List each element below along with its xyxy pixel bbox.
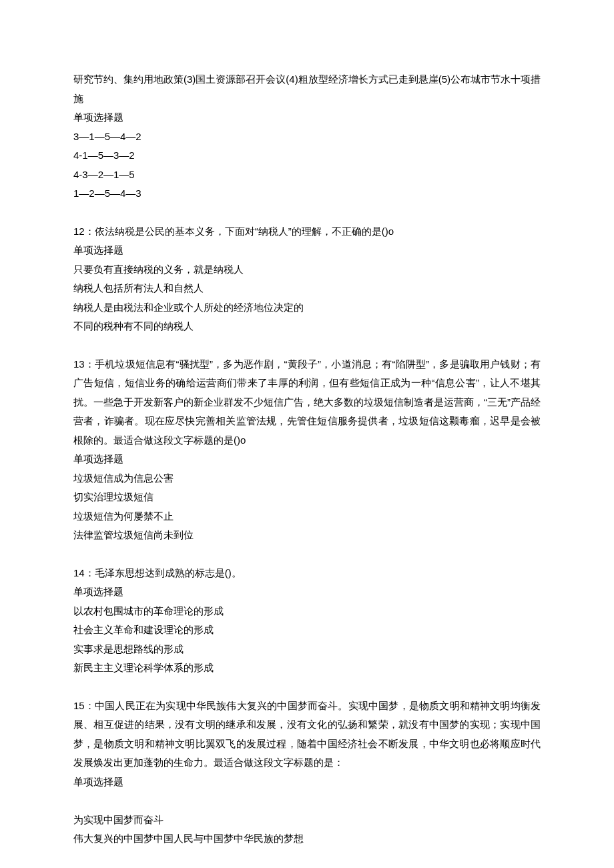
option: 不同的税种有不同的纳税人 xyxy=(73,317,541,336)
option: 垃圾短信为何屡禁不止 xyxy=(73,507,541,526)
option: 纳税人是由税法和企业或个人所处的经济地位决定的 xyxy=(73,298,541,318)
option: 1—2—5—4—3 xyxy=(73,184,541,203)
option: 垃圾短信成为信息公害 xyxy=(73,469,541,488)
question-stem: 15：中国人民正在为实现中华民族伟大复兴的中国梦而奋斗。实现中国梦，是物质文明和… xyxy=(73,697,541,773)
option: 只要负有直接纳税的义务，就是纳税人 xyxy=(73,260,541,280)
question-12: 12：依法纳税是公民的基本义务，下面对“纳税人”的理解，不正确的是()o 单项选… xyxy=(73,222,541,336)
option: 为实现中国梦而奋斗 xyxy=(73,811,541,830)
option: 实事求是思想路线的形成 xyxy=(73,640,541,659)
question-13: 13：手机垃圾短信息有“骚扰型”，多为恶作剧，“黄段子”，小道消息；有“陷阱型”… xyxy=(73,355,541,545)
question-11-partial: 研究节约、集约用地政策(3)国土资源部召开会议(4)粗放型经济增长方式已走到悬崖… xyxy=(73,70,541,203)
question-stem: 12：依法纳税是公民的基本义务，下面对“纳税人”的理解，不正确的是()o xyxy=(73,222,541,242)
option: 法律监管垃圾短信尚未到位 xyxy=(73,526,541,545)
blank-line xyxy=(73,791,541,811)
option: 4-1—5—3—2 xyxy=(73,146,541,165)
question-14: 14：毛泽东思想达到成熟的标志是()。 单项选择题 以农村包围城市的革命理论的形… xyxy=(73,564,541,678)
option: 社会主义革命和建设理论的形成 xyxy=(73,620,541,640)
question-type: 单项选择题 xyxy=(73,773,541,792)
option: 新民主主义理论科学体系的形成 xyxy=(73,659,541,678)
question-stem: 14：毛泽东思想达到成熟的标志是()。 xyxy=(73,564,541,583)
question-intro: 研究节约、集约用地政策(3)国土资源部召开会议(4)粗放型经济增长方式已走到悬崖… xyxy=(73,70,541,108)
option: 切实治理垃圾短信 xyxy=(73,488,541,507)
option: 4-3—2—1—5 xyxy=(73,165,541,185)
option: 纳税人包括所有法人和自然人 xyxy=(73,279,541,298)
question-type: 单项选择题 xyxy=(73,450,541,469)
option: 伟大复兴的中国梦中国人民与中国梦中华民族的梦想 xyxy=(73,829,541,849)
question-15: 15：中国人民正在为实现中华民族伟大复兴的中国梦而奋斗。实现中国梦，是物质文明和… xyxy=(73,697,541,849)
option: 以农村包围城市的革命理论的形成 xyxy=(73,602,541,621)
option: 3—1—5—4—2 xyxy=(73,127,541,147)
question-type: 单项选择题 xyxy=(73,241,541,260)
question-type: 单项选择题 xyxy=(73,582,541,602)
question-type: 单项选择题 xyxy=(73,108,541,127)
question-stem: 13：手机垃圾短信息有“骚扰型”，多为恶作剧，“黄段子”，小道消息；有“陷阱型”… xyxy=(73,355,541,450)
